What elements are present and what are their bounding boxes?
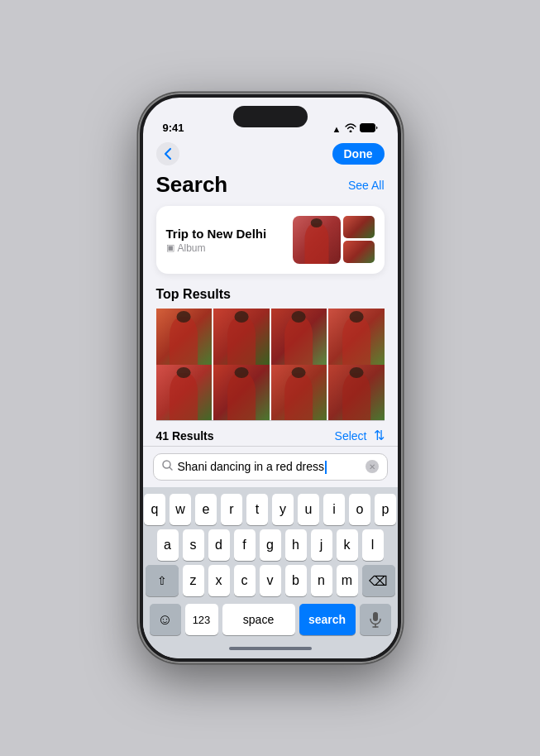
key-m[interactable]: m: [337, 565, 358, 596]
key-n[interactable]: n: [311, 565, 332, 596]
search-clear-button[interactable]: ✕: [366, 460, 379, 473]
key-l[interactable]: l: [362, 529, 384, 561]
emoji-key[interactable]: ☺: [150, 604, 181, 635]
grid-photo-2[interactable]: [213, 309, 270, 365]
search-bar[interactable]: Shani dancing in a red dress ✕: [153, 453, 388, 481]
key-v[interactable]: v: [260, 565, 281, 596]
shift-key[interactable]: ⇧: [146, 565, 179, 596]
see-all-link[interactable]: See All: [348, 179, 385, 192]
photo-grid-bottom: [156, 365, 385, 421]
svg-rect-4: [373, 612, 378, 621]
status-icons: ▲: [332, 123, 378, 134]
wifi-icon: [345, 123, 356, 134]
done-button[interactable]: Done: [332, 143, 385, 165]
grid-photo-6[interactable]: [213, 365, 270, 421]
keyboard-row-2: a s d f g h j k l: [146, 529, 394, 561]
text-cursor: [325, 461, 327, 474]
sort-icon[interactable]: ⇅: [374, 428, 385, 443]
key-y[interactable]: y: [272, 494, 294, 525]
key-o[interactable]: o: [349, 494, 370, 525]
keyboard: q w e r t y u i o p a s: [143, 487, 398, 642]
key-a[interactable]: a: [157, 529, 179, 561]
grid-photo-3[interactable]: [271, 309, 327, 365]
key-x[interactable]: x: [208, 565, 230, 596]
key-t[interactable]: t: [246, 494, 268, 525]
results-count: 41 Results: [156, 429, 214, 443]
key-h[interactable]: h: [285, 529, 307, 561]
screen: 9:41 ▲: [143, 98, 398, 658]
search-key[interactable]: search: [299, 604, 356, 635]
space-key[interactable]: space: [222, 604, 295, 635]
page-title: Search: [156, 172, 228, 198]
home-indicator: [229, 647, 312, 650]
select-button[interactable]: Select: [335, 429, 367, 443]
key-u[interactable]: u: [298, 494, 319, 525]
album-thumb-stack: [343, 216, 375, 264]
mic-key[interactable]: [360, 604, 391, 635]
key-j[interactable]: j: [311, 529, 332, 561]
dynamic-island: [233, 106, 308, 127]
album-type-icon: ▣: [166, 242, 174, 253]
results-actions: Select ⇅: [335, 428, 385, 443]
battery-icon: [360, 123, 378, 134]
keyboard-row-3: ⇧ z x c v b n m ⌫: [146, 565, 394, 596]
phone-frame: 9:41 ▲: [138, 93, 403, 663]
photo-grid-top: [156, 309, 385, 365]
album-thumbnails: [293, 216, 375, 264]
album-name: Trip to New Delhi: [166, 227, 267, 241]
nav-bar: Done: [143, 139, 398, 172]
key-s[interactable]: s: [183, 529, 204, 561]
svg-rect-1: [361, 125, 372, 131]
key-q[interactable]: q: [144, 494, 165, 525]
back-button[interactable]: [156, 142, 179, 165]
key-f[interactable]: f: [234, 529, 256, 561]
grid-photo-7[interactable]: [271, 365, 327, 421]
delete-key[interactable]: ⌫: [362, 565, 395, 596]
album-card[interactable]: Trip to New Delhi ▣ Album: [156, 206, 385, 274]
grid-photo-8[interactable]: [328, 365, 385, 421]
album-thumb-main: [293, 216, 341, 264]
key-b[interactable]: b: [285, 565, 307, 596]
key-k[interactable]: k: [337, 529, 358, 561]
search-input-text: Shani dancing in a red dress: [178, 460, 361, 474]
key-e[interactable]: e: [195, 494, 217, 525]
bottom-bar: [143, 642, 398, 658]
album-type: ▣ Album: [166, 242, 267, 254]
grid-photo-5[interactable]: [156, 365, 213, 421]
key-c[interactable]: c: [234, 565, 256, 596]
search-bar-wrap: Shani dancing in a red dress ✕: [143, 446, 398, 487]
key-i[interactable]: i: [323, 494, 345, 525]
album-info: Trip to New Delhi ▣ Album: [166, 227, 267, 254]
page-header: Search See All: [156, 172, 385, 198]
grid-photo-4[interactable]: [328, 309, 385, 365]
section-title: Top Results: [156, 287, 385, 302]
key-d[interactable]: d: [208, 529, 230, 561]
key-p[interactable]: p: [375, 494, 396, 525]
key-r[interactable]: r: [221, 494, 242, 525]
numbers-key[interactable]: 123: [185, 604, 218, 635]
keyboard-row-4: ☺ 123 space search: [146, 600, 394, 639]
keyboard-row-1: q w e r t y u i o p: [146, 494, 394, 525]
bottom-area: Shani dancing in a red dress ✕ q w e r t…: [143, 446, 398, 658]
key-w[interactable]: w: [170, 494, 191, 525]
key-z[interactable]: z: [183, 565, 204, 596]
grid-photo-1[interactable]: [156, 309, 213, 365]
search-magnifier-icon: [162, 460, 173, 473]
status-time: 9:41: [163, 122, 184, 134]
signal-icon: ▲: [332, 124, 342, 134]
svg-line-3: [170, 467, 172, 470]
key-g[interactable]: g: [260, 529, 281, 561]
